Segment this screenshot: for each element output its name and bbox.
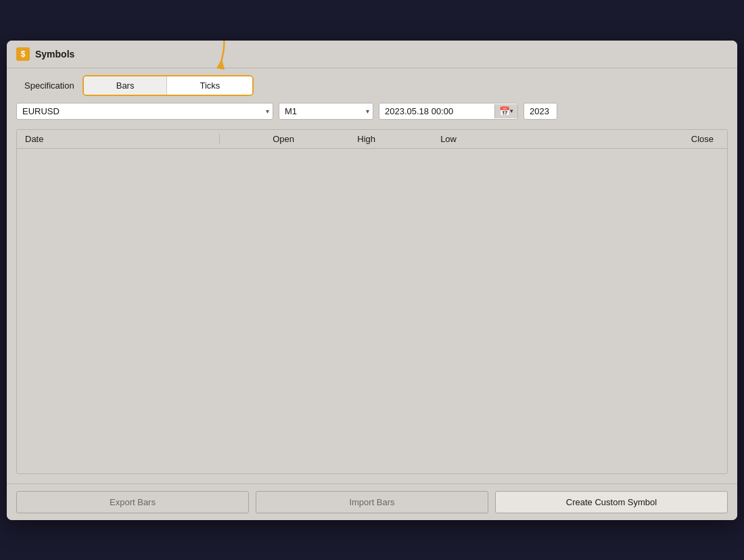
date-from-input[interactable]: [379, 103, 494, 119]
window-icon: $: [16, 47, 30, 61]
calendar-icon: 📅: [499, 106, 510, 116]
toolbar: Specification Bars Ticks: [7, 68, 737, 96]
tab-bars[interactable]: Bars: [84, 76, 168, 95]
import-bars-button[interactable]: Import Bars: [256, 491, 488, 513]
export-bars-button[interactable]: Export Bars: [16, 491, 249, 513]
table-body: [17, 149, 727, 473]
symbol-dropdown-wrapper: EURUSD ▾: [16, 103, 273, 120]
create-custom-symbol-button[interactable]: Create Custom Symbol: [495, 491, 728, 513]
tabs-container: Bars Ticks: [83, 75, 254, 96]
date-dropdown-arrow: ▾: [510, 108, 513, 114]
data-table: Date Open High Low Close: [16, 129, 728, 474]
window-title: Symbols: [35, 49, 74, 60]
specification-label[interactable]: Specification: [16, 75, 83, 96]
column-header-low: Low: [389, 134, 470, 144]
column-header-close: Close: [470, 134, 727, 144]
timeframe-select[interactable]: M1: [279, 103, 373, 120]
symbols-window: $ Symbols Specification Bars Ticks EURUS…: [7, 41, 737, 520]
table-header: Date Open High Low Close: [17, 130, 727, 149]
footer: Export Bars Import Bars Create Custom Sy…: [7, 484, 737, 520]
date-from-calendar-button[interactable]: 📅 ▾: [494, 104, 517, 118]
tab-ticks[interactable]: Ticks: [167, 76, 252, 95]
date-from-wrapper: 📅 ▾: [379, 103, 518, 120]
symbol-select[interactable]: EURUSD: [16, 103, 273, 120]
title-bar: $ Symbols: [7, 41, 737, 68]
timeframe-dropdown-wrapper: M1 ▾: [279, 103, 373, 120]
column-header-date: Date: [17, 134, 220, 144]
controls-row: EURUSD ▾ M1 ▾ 📅 ▾ 2023: [7, 96, 737, 126]
column-header-open: Open: [220, 134, 308, 144]
column-header-high: High: [308, 134, 389, 144]
date-to-display: 2023: [524, 103, 557, 120]
